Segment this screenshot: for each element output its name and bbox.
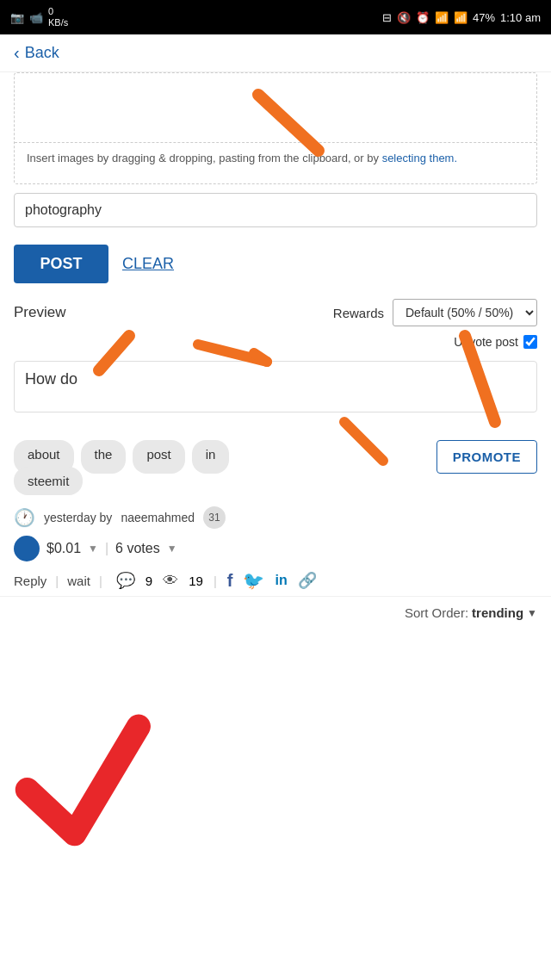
cast-icon: ⊟ <box>382 11 392 24</box>
meta-time: yesterday by <box>44 511 112 524</box>
wait-link[interactable]: wait <box>67 574 90 588</box>
tag-chip-post: post <box>133 440 184 474</box>
signal-icon: 📶 <box>454 11 467 24</box>
status-bar: 📷 📹 0KB/s ⊟ 🔇 ⏰ 📶 📶 47% 1:10 am <box>0 0 551 34</box>
vote-avatar <box>14 536 40 561</box>
tags-promote-row: about the post in PROMOTE <box>0 440 551 474</box>
view-icon[interactable]: 👁 <box>163 572 178 590</box>
upvote-row: Upvote post <box>0 333 551 356</box>
mute-icon: 🔇 <box>397 11 411 24</box>
tag-chip-in: in <box>192 440 230 474</box>
camera-icon: 📷 <box>10 11 24 24</box>
twitter-icon[interactable]: 🐦 <box>243 570 264 591</box>
sort-arrow-icon[interactable]: ▼ <box>527 607 537 619</box>
editor-area[interactable]: Insert images by dragging & dropping, pa… <box>14 72 537 184</box>
nav-bar: ‹ Back <box>0 34 551 72</box>
action-bar: Reply | wait | 💬 9 👁 19 | f 🐦 in 🔗 <box>0 565 551 597</box>
image-insert-notice: Insert images by dragging & dropping, pa… <box>15 142 536 173</box>
facebook-icon[interactable]: f <box>227 571 233 591</box>
amount-dropdown-icon[interactable]: ▼ <box>88 543 98 555</box>
image-insert-text: Insert images by dragging & dropping, pa… <box>27 152 382 164</box>
sort-label: Sort Order: <box>405 605 468 620</box>
action-row: POST CLEAR <box>0 236 551 292</box>
author-badge: 31 <box>203 506 226 529</box>
tag-chips-col: about the post in PROMOTE <box>14 440 537 474</box>
upvote-checkbox[interactable] <box>523 335 537 349</box>
clock-icon: 🕐 <box>14 507 35 528</box>
vote-divider: | <box>105 541 108 556</box>
tag-chip-steemit: steemit <box>14 467 83 495</box>
action-divider-1: | <box>55 574 59 588</box>
post-button[interactable]: POST <box>14 245 108 283</box>
vote-amount: $0.01 <box>46 541 81 556</box>
data-label: 0KB/s <box>48 6 68 28</box>
battery-label: 47% <box>473 11 495 24</box>
status-right: ⊟ 🔇 ⏰ 📶 📶 47% 1:10 am <box>382 11 541 24</box>
status-left: 📷 📹 0KB/s <box>10 6 68 28</box>
preview-rewards-row: Preview Rewards Default (50% / 50%) 100%… <box>0 292 551 333</box>
wifi-icon: 📶 <box>435 11 449 24</box>
sort-value: trending <box>472 605 523 620</box>
rewards-group: Rewards Default (50% / 50%) 100% Steem P… <box>333 299 537 326</box>
post-meta: 🕐 yesterday by naeemahmed 31 <box>0 496 551 532</box>
comment-count: 9 <box>145 574 152 588</box>
selecting-them-link[interactable]: selecting them. <box>382 152 457 164</box>
vote-count: 6 votes <box>115 541 160 556</box>
preview-box: How do <box>14 361 537 412</box>
back-chevron-icon: ‹ <box>14 43 20 63</box>
upvote-label: Upvote post <box>454 335 518 349</box>
linkedin-icon[interactable]: in <box>275 573 287 588</box>
clear-button[interactable]: CLEAR <box>122 255 174 273</box>
rewards-select[interactable]: Default (50% / 50%) 100% Steem Power Dec… <box>393 299 537 326</box>
rewards-label: Rewards <box>333 306 384 320</box>
tags-input[interactable] <box>14 193 537 227</box>
time-label: 1:10 am <box>500 11 541 24</box>
video-icon: 📹 <box>29 11 43 24</box>
votes-dropdown-icon[interactable]: ▼ <box>167 543 177 555</box>
tag-chip-the: the <box>81 440 127 474</box>
promote-button[interactable]: PROMOTE <box>436 440 537 474</box>
link-icon[interactable]: 🔗 <box>298 571 317 590</box>
reply-link[interactable]: Reply <box>14 574 46 588</box>
social-icons: 💬 9 👁 19 | f 🐦 in 🔗 <box>116 570 317 591</box>
view-count: 19 <box>189 574 203 588</box>
comment-icon[interactable]: 💬 <box>116 571 135 590</box>
preview-label: Preview <box>14 304 65 321</box>
sort-row: Sort Order: trending ▼ <box>0 597 551 629</box>
editor-content[interactable] <box>15 73 536 142</box>
meta-author: naeemahmed <box>121 511 195 524</box>
preview-text: How do <box>25 370 77 388</box>
alarm-icon: ⏰ <box>416 11 430 24</box>
back-label: Back <box>25 44 59 62</box>
vote-row: $0.01 ▼ | 6 votes ▼ <box>0 532 551 565</box>
back-button[interactable]: ‹ Back <box>14 43 59 63</box>
action-divider-2: | <box>99 574 102 588</box>
